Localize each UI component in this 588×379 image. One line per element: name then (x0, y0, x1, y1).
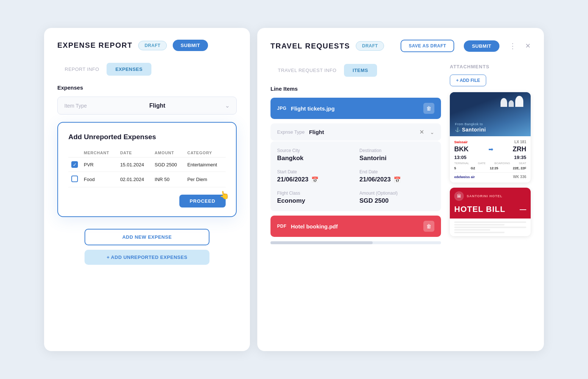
line-items-title: Line Items (270, 86, 441, 92)
tab-travel-request-info[interactable]: TRAVEL REQUEST INFO (270, 64, 344, 77)
start-date-calendar-icon[interactable]: 📅 (311, 176, 319, 183)
source-city-field: Source City Bangkok (277, 148, 352, 162)
file-type-pdf: PDF (277, 224, 287, 229)
item-type-value: Flight (149, 102, 165, 109)
expense-type-row[interactable]: Expnse Type Flight ✕ ⌄ (270, 123, 441, 141)
expense-draft-badge: DRAFT (138, 41, 166, 50)
source-city-value: Bangkok (277, 155, 352, 162)
amount-value: SGD 2500 (359, 197, 434, 205)
item-type-select[interactable]: Item Type Flight ⌄ (57, 97, 237, 115)
amount-label: Amount (Optionaol) (359, 191, 434, 196)
expense-type-clear-button[interactable]: ✕ (418, 129, 426, 136)
add-new-expense-button[interactable]: ADD NEW EXPENSE (85, 229, 209, 245)
amount-pvr: SGD 2500 (152, 158, 184, 172)
flight-class-field: Flight Class Economy (277, 191, 352, 205)
save-as-draft-button[interactable]: SAVE AS DRAFT (401, 40, 454, 52)
more-options-icon[interactable]: ⋮ (509, 41, 516, 50)
hotel-line-3 (454, 227, 526, 228)
add-file-button[interactable]: + ADD FILE (450, 75, 486, 86)
expense-table: MERCHANT DATE AMOUNT CATEGORY ✓ PVR 15.0… (68, 148, 226, 187)
hotel-attachment-card: 🏛 SANTORINI HOTEL HOTEL BILL — (450, 188, 531, 236)
flight-card-subtitle: From Bangkok to (455, 122, 526, 126)
merchant-pvr: PVR (81, 158, 117, 172)
destination-field: Destination Santorini (359, 148, 434, 162)
col-date: DATE (117, 148, 152, 158)
chevron-down-icon: ⌄ (225, 102, 230, 109)
scrollbar-thumb (270, 241, 373, 244)
hotel-line-1 (454, 221, 526, 223)
flight-card-content: From Bangkok to ⚓ Santorini (455, 122, 526, 133)
travel-main-content: TRAVEL REQUEST INFO ITEMS Line Items JPG… (270, 64, 441, 244)
delete-pdf-button[interactable]: 🗑 (423, 221, 434, 232)
unreported-expenses-modal: Add Unreported Expenses MERCHANT DATE AM… (57, 122, 237, 217)
travel-panel-header: TRAVEL REQUESTS DRAFT SAVE AS DRAFT SUBM… (270, 40, 531, 52)
anchor-icon: ⚓ (455, 127, 460, 132)
hotel-dash-icon: — (520, 206, 526, 213)
expense-panel-header: EXPENSE REPORT DRAFT SUBMIT (57, 40, 237, 51)
scrollbar-track[interactable] (270, 241, 441, 244)
tab-expenses[interactable]: EXPENSES (107, 63, 151, 76)
flight-number: LX 181 (514, 140, 526, 144)
select-all-header (68, 148, 81, 158)
hotel-bill-body (450, 219, 531, 236)
delete-jpg-button[interactable]: 🗑 (423, 103, 434, 114)
row-checkbox-food[interactable] (71, 176, 78, 182)
arrival-airport: ZRH (513, 145, 526, 153)
hotel-name: SANTORINI HOTEL (467, 194, 502, 198)
file-row-pdf: PDF Hotel booking.pdf 🗑 (270, 216, 441, 237)
flight-class-value: Economy (277, 197, 352, 205)
end-date-calendar-icon[interactable]: 📅 (394, 176, 401, 183)
end-date-row: 21/06/2023 📅 (359, 176, 434, 183)
category-pvr: Entertainment (184, 158, 226, 172)
date-pvr: 15.01.2024 (117, 158, 152, 172)
travel-submit-button[interactable]: SUBMIT (464, 40, 499, 52)
swissair-row: Swissair LX 181 (454, 140, 526, 144)
hotel-line-5 (454, 232, 505, 233)
start-date-row: 21/06/2023 📅 (277, 176, 352, 183)
tab-report-info[interactable]: REPORT INFO (57, 63, 107, 76)
hotel-icon: 🏛 (454, 191, 464, 201)
hotel-line-2 (454, 224, 505, 225)
end-date-label: End Date (359, 169, 434, 174)
col-category: CATEGORY (184, 148, 226, 158)
category-food: Per Diem (184, 172, 226, 187)
start-date-label: Start Date (277, 169, 352, 174)
flight-details-box: Source City Bangkok Destination Santorin… (270, 141, 441, 211)
expense-submit-button[interactable]: SUBMIT (173, 40, 208, 51)
flight-card-destination: ⚓ Santorini (455, 127, 526, 133)
col-merchant: MERCHANT (81, 148, 117, 158)
destination-label: Destination (359, 148, 434, 153)
amount-field: Amount (Optionaol) SGD 2500 (359, 191, 434, 205)
gate-value: G2 (471, 166, 475, 170)
flight-arrow-icon: ➡ (488, 146, 493, 153)
amount-food: INR 50 (152, 172, 184, 187)
bottom-buttons: ADD NEW EXPENSE + ADD UNREPORTED EXPENSE… (57, 229, 237, 265)
expense-type-value: Flight (309, 129, 413, 135)
start-date-value: 21/06/2023 (277, 176, 308, 183)
file-name-pdf: Hotel booking.pdf (291, 223, 419, 230)
hotel-bill-lines (454, 221, 526, 233)
flight-meta-row: TERMINAL GATE BOARDING SEAT (454, 162, 526, 165)
end-date-field: End Date 21/06/2023 📅 (359, 169, 434, 183)
travel-tabs: TRAVEL REQUEST INFO ITEMS (270, 64, 441, 77)
hotel-card-header: 🏛 SANTORINI HOTEL (450, 188, 531, 205)
departure-time: 13:05 (454, 155, 466, 160)
hotel-bill-title-area: HOTEL BILL — (450, 205, 531, 219)
close-icon[interactable]: ✕ (525, 42, 531, 50)
file-row-jpg: JPG Flight tickets.jpg 🗑 (270, 98, 441, 119)
hotel-bill-text: HOTEL BILL (454, 205, 505, 214)
travel-requests-panel: TRAVEL REQUESTS DRAFT SAVE AS DRAFT SUBM… (257, 28, 544, 351)
proceed-button[interactable]: PROCEED (179, 195, 226, 207)
tab-items[interactable]: ITEMS (344, 64, 377, 77)
travel-draft-badge: DRAFT (356, 41, 384, 51)
col-amount: AMOUNT (152, 148, 184, 158)
edelweiss-flight-num: WK 336 (513, 175, 526, 179)
terminal-value: 5 (454, 166, 456, 170)
airline-name: Swissair (454, 140, 468, 144)
cursor-icon: 👆 (219, 190, 230, 201)
flight-details-grid: Source City Bangkok Destination Santorin… (277, 148, 434, 205)
flight-meta-values: 5 G2 12:25 22E, 22F (454, 166, 526, 170)
row-checkbox-pvr[interactable]: ✓ (71, 161, 78, 168)
add-unreported-button[interactable]: + ADD UNREPORTED EXPENSES (85, 250, 209, 265)
flight-ticket-detail: Swissair LX 181 BKK ➡ ZRH 13:05 19:35 (450, 136, 531, 183)
